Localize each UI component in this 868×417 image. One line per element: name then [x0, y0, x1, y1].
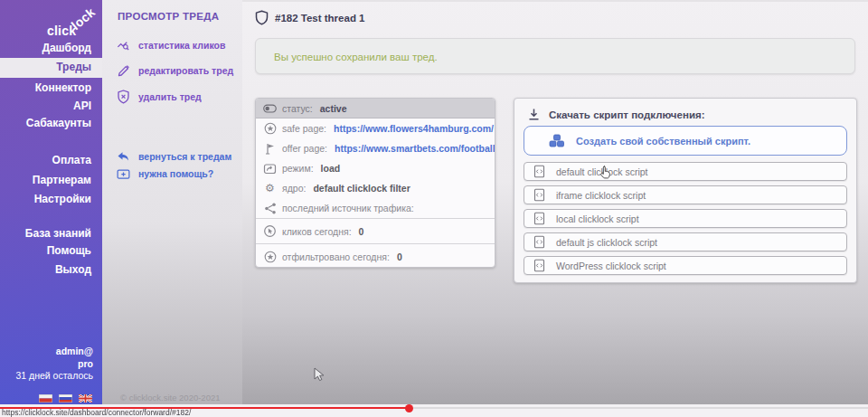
- menu-item-label: удалить тред: [138, 91, 202, 102]
- shield-icon: [255, 10, 269, 25]
- blocks-icon: [548, 134, 566, 148]
- last-traffic-source-row: последний источник трафика:: [256, 198, 495, 218]
- clicks-today-label: кликов сегодня:: [282, 226, 352, 237]
- menu-item-edit-thread[interactable]: редактировать тред: [117, 63, 233, 78]
- sidebar-item-partners[interactable]: Партнерам: [0, 171, 102, 190]
- code-file-icon: [533, 188, 545, 202]
- sidebar-item-knowledge-base[interactable]: База знаний: [0, 224, 102, 243]
- uk-flag-icon[interactable]: [79, 394, 92, 403]
- core-label: ядро:: [282, 183, 306, 194]
- sidebar-item-api[interactable]: API: [0, 97, 102, 116]
- success-alert: Вы успешно сохранили ваш тред.: [255, 38, 855, 74]
- safe-page-link[interactable]: https://www.flowers4hamburg.com/: [334, 123, 494, 134]
- language-switcher: [39, 394, 92, 403]
- script-button-local[interactable]: local clicklock script: [524, 209, 847, 228]
- sidebar-item-connector[interactable]: Коннектор: [0, 79, 102, 98]
- download-icon: [527, 108, 541, 121]
- sidebar-item-threads[interactable]: Треды: [0, 58, 102, 78]
- badge-star-icon: [263, 251, 277, 263]
- sidebar-item-subaccounts[interactable]: Сабакаунты: [0, 114, 102, 133]
- menu-item-delete-thread[interactable]: удалить тред: [117, 90, 202, 104]
- menu-item-label: редактировать тред: [138, 65, 233, 76]
- badge-star-icon: [263, 122, 277, 135]
- poland-flag-icon[interactable]: [39, 394, 52, 403]
- download-scripts-card: Скачать скрипт подключения: Создать свой…: [514, 98, 857, 283]
- account-info: admin@ pro 31 дней осталось: [15, 346, 93, 383]
- link-need-help[interactable]: нужна помощь?: [117, 167, 213, 180]
- mode-redirect-icon: [263, 163, 277, 175]
- download-scripts-title-row: Скачать скрипт подключения:: [527, 108, 705, 121]
- core-row: ⚙ ядро: default clicklock filter: [256, 178, 495, 198]
- account-email: admin@: [15, 346, 93, 358]
- core-value: default clicklock filter: [313, 183, 410, 194]
- status-value: active: [320, 103, 347, 114]
- menu-item-click-stats[interactable]: статистика кликов: [117, 38, 225, 52]
- filtered-today-row: отфильтровано сегодня: 0: [256, 243, 495, 268]
- click-cursor-icon: [263, 224, 277, 238]
- script-button-default-js[interactable]: default js clicklock script: [524, 232, 847, 251]
- menu-item-label: статистика кликов: [138, 40, 225, 51]
- clicks-today-row: кликов сегодня: 0: [256, 218, 495, 243]
- toggle-icon: [263, 104, 277, 113]
- link-label: нужна помощь?: [138, 168, 213, 179]
- code-file-icon: [533, 165, 545, 178]
- safe-page-row: safe page: https://www.flowers4hamburg.c…: [256, 118, 495, 138]
- gear-icon: ⚙: [263, 183, 277, 194]
- top-edge-divider: [242, 0, 868, 2]
- success-alert-message: Вы успешно сохранили ваш тред.: [256, 39, 854, 75]
- russia-flag-icon[interactable]: [59, 394, 72, 403]
- link-label: вернуться к тредам: [138, 151, 231, 162]
- thread-menu-title: ПРОСМОТР ТРЕДА: [118, 11, 219, 22]
- sidebar-item-logout[interactable]: Выход: [0, 261, 102, 280]
- sidebar-item-payment[interactable]: Оплата: [0, 151, 102, 170]
- status-label: статус:: [282, 103, 313, 114]
- browser-statusbar: https://clicklock.site/dashboard/connect…: [0, 404, 868, 417]
- script-button-default[interactable]: default clicklock script: [524, 162, 847, 181]
- share-icon: [263, 202, 277, 215]
- undo-arrow-icon: [117, 151, 130, 162]
- code-file-icon: [533, 212, 545, 225]
- sidebar-item-help[interactable]: Помощь: [0, 242, 102, 261]
- sidebar: click lock Дашборд Треды Коннектор API С…: [0, 0, 102, 404]
- create-custom-script-button[interactable]: Создать свой собственный скрипт.: [524, 126, 847, 156]
- flag-icon: [263, 142, 277, 156]
- mode-row: режим: load: [256, 158, 495, 178]
- app-window: click lock Дашборд Треды Коннектор API С…: [0, 0, 868, 417]
- sidebar-item-settings[interactable]: Настройки: [0, 190, 102, 209]
- thread-status-card: статус: active safe page: https://www.fl…: [255, 98, 495, 268]
- last-traffic-source-label: последний источник трафика:: [282, 203, 414, 213]
- create-custom-script-label: Создать свой собственный скрипт.: [576, 136, 750, 147]
- page-title: #182 Test thread 1: [275, 13, 365, 24]
- thread-menu-panel: ПРОСМОТР ТРЕДА статистика кликов редакти…: [102, 0, 242, 404]
- status-header: статус: active: [256, 99, 495, 118]
- account-plan: pro: [15, 358, 93, 371]
- offer-page-row: offer page: https://www.smartbets.com/fo…: [256, 138, 495, 158]
- progress-bar[interactable]: [0, 407, 408, 409]
- main-content: #182 Test thread 1 Вы успешно сохранили …: [242, 0, 868, 404]
- code-file-icon: [533, 235, 545, 249]
- copyright-text: © clicklock.site 2020-2021: [120, 393, 221, 403]
- link-back-to-threads[interactable]: вернуться к тредам: [117, 150, 231, 163]
- script-button-label: local clicklock script: [556, 213, 639, 224]
- script-button-label: WordPress clicklock script: [556, 261, 666, 271]
- pencil-icon: [117, 64, 130, 78]
- mode-value: load: [321, 163, 341, 174]
- script-button-label: default js clicklock script: [556, 237, 657, 248]
- account-days-left: 31 дней осталось: [15, 370, 93, 383]
- stats-chart-icon: [117, 39, 130, 52]
- page-header: #182 Test thread 1: [255, 10, 365, 25]
- offer-page-link[interactable]: https://www.smartbets.com/football/tea..…: [335, 143, 495, 154]
- sidebar-item-dashboard[interactable]: Дашборд: [0, 39, 102, 58]
- shield-x-icon: [117, 90, 130, 104]
- help-box-icon: [117, 168, 130, 180]
- script-button-iframe[interactable]: iframe clicklock script: [524, 185, 847, 204]
- arrow-cursor-icon: [314, 367, 325, 382]
- progress-handle[interactable]: [405, 404, 413, 412]
- download-scripts-title: Скачать скрипт подключения:: [549, 109, 705, 120]
- safe-page-label: safe page:: [282, 123, 326, 134]
- script-button-wordpress[interactable]: WordPress clicklock script: [524, 256, 847, 275]
- filtered-today-label: отфильтровано сегодня:: [282, 251, 390, 262]
- clicks-today-value: 0: [359, 226, 364, 237]
- mode-label: режим:: [282, 163, 314, 174]
- offer-page-label: offer page:: [282, 143, 327, 154]
